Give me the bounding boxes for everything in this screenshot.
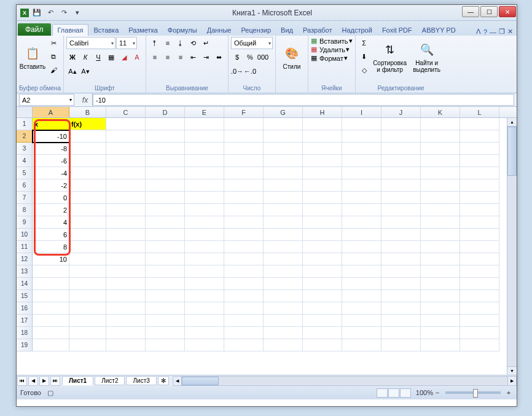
cell-D19[interactable] [146, 339, 185, 351]
cell-J6[interactable] [381, 179, 421, 192]
select-all-corner[interactable] [17, 107, 33, 117]
cell-D16[interactable] [146, 302, 185, 315]
cell-B4[interactable] [69, 155, 106, 167]
sort-filter-button[interactable]: ⇅ Сортировка и фильтр [372, 37, 409, 77]
orientation-icon[interactable]: ⟲ [187, 37, 200, 49]
new-sheet-icon[interactable]: ✻ [158, 376, 169, 385]
sheet-tab-2[interactable]: Лист2 [95, 376, 125, 385]
cell-C1[interactable] [106, 118, 146, 130]
cell-H12[interactable] [303, 253, 342, 265]
cell-H6[interactable] [303, 179, 342, 192]
cell-C15[interactable] [106, 290, 146, 302]
find-select-button[interactable]: 🔍 Найти и выделить [410, 37, 444, 77]
file-tab[interactable]: Файл [18, 23, 51, 36]
align-middle-icon[interactable]: ≡ [162, 37, 174, 49]
cell-H5[interactable] [303, 167, 342, 179]
cell-K18[interactable] [421, 327, 460, 339]
cell-B2[interactable] [69, 130, 106, 143]
cell-B5[interactable] [69, 167, 106, 179]
cell-G16[interactable] [264, 302, 303, 315]
cell-D14[interactable] [146, 278, 185, 290]
minimize-button[interactable]: — [462, 6, 479, 17]
cell-A16[interactable] [33, 302, 69, 315]
cell-I5[interactable] [342, 167, 381, 179]
cell-A17[interactable] [33, 315, 69, 327]
cell-J5[interactable] [381, 167, 421, 179]
cell-G11[interactable] [264, 241, 303, 253]
cell-D5[interactable] [146, 167, 185, 179]
cell-L3[interactable] [460, 143, 499, 155]
cell-I1[interactable] [342, 118, 381, 130]
cell-I11[interactable] [342, 241, 381, 253]
cell-A9[interactable]: 4 [33, 216, 69, 229]
cell-C7[interactable] [106, 192, 146, 204]
row-header-9[interactable]: 9 [17, 216, 33, 229]
column-header-D[interactable]: D [146, 107, 185, 117]
cell-I13[interactable] [342, 265, 381, 278]
cell-F18[interactable] [224, 327, 264, 339]
cell-J12[interactable] [381, 253, 421, 265]
cell-F3[interactable] [224, 143, 264, 155]
cell-J9[interactable] [381, 216, 421, 229]
tab-develop[interactable]: Разработ [298, 25, 337, 36]
cell-K19[interactable] [421, 339, 460, 351]
cell-B13[interactable] [69, 265, 106, 278]
cell-F7[interactable] [224, 192, 264, 204]
cell-H19[interactable] [303, 339, 342, 351]
doc-minimize-icon[interactable]: — [490, 28, 496, 36]
cell-D1[interactable] [146, 118, 185, 130]
cell-K9[interactable] [421, 216, 460, 229]
row-header-17[interactable]: 17 [17, 315, 33, 327]
cell-E5[interactable] [185, 167, 224, 179]
tab-data[interactable]: Данные [202, 25, 237, 36]
cell-K13[interactable] [421, 265, 460, 278]
cell-D13[interactable] [146, 265, 185, 278]
cell-K17[interactable] [421, 315, 460, 327]
cell-L7[interactable] [460, 192, 499, 204]
cell-H17[interactable] [303, 315, 342, 327]
cell-A3[interactable]: -8 [33, 143, 69, 155]
cell-K2[interactable] [421, 130, 460, 143]
sheet-prev-icon[interactable]: ◀ [28, 376, 38, 386]
cell-B7[interactable] [69, 192, 106, 204]
cell-D18[interactable] [146, 327, 185, 339]
cell-H13[interactable] [303, 265, 342, 278]
cell-L13[interactable] [460, 265, 499, 278]
wrap-text-icon[interactable]: ↵ [200, 37, 213, 49]
column-header-C[interactable]: C [106, 107, 146, 117]
cell-E11[interactable] [185, 241, 224, 253]
normal-view-icon[interactable] [377, 388, 388, 398]
close-button[interactable]: ✕ [499, 6, 516, 17]
cell-A6[interactable]: -2 [33, 179, 69, 192]
font-color-icon[interactable]: A [131, 51, 143, 63]
cell-A14[interactable] [33, 278, 69, 290]
insert-cells-button[interactable]: ▦Вставить ▾ [311, 37, 353, 45]
cell-J11[interactable] [381, 241, 421, 253]
row-header-4[interactable]: 4 [17, 155, 33, 167]
cell-B15[interactable] [69, 290, 106, 302]
cell-F5[interactable] [224, 167, 264, 179]
column-header-J[interactable]: J [381, 107, 421, 117]
cell-A12[interactable]: 10 [33, 253, 69, 265]
qat-dropdown-icon[interactable]: ▾ [72, 7, 83, 18]
cell-L9[interactable] [460, 216, 499, 229]
align-bottom-icon[interactable]: ⭳ [174, 37, 187, 49]
bold-button[interactable]: Ж [66, 51, 79, 63]
cell-D17[interactable] [146, 315, 185, 327]
undo-icon[interactable]: ↶ [45, 7, 56, 18]
cell-G12[interactable] [264, 253, 303, 265]
redo-icon[interactable]: ↷ [58, 7, 69, 18]
cell-B3[interactable] [69, 143, 106, 155]
name-box[interactable]: A2 [19, 94, 74, 106]
align-top-icon[interactable]: ⭱ [149, 37, 161, 49]
cell-D3[interactable] [146, 143, 185, 155]
column-header-H[interactable]: H [303, 107, 342, 117]
cell-I3[interactable] [342, 143, 381, 155]
copy-icon[interactable]: ⧉ [47, 50, 60, 63]
cell-E18[interactable] [185, 327, 224, 339]
delete-cells-button[interactable]: ▦Удалить ▾ [311, 45, 353, 53]
cell-F19[interactable] [224, 339, 264, 351]
cell-J17[interactable] [381, 315, 421, 327]
tab-addins[interactable]: Надстрой [337, 25, 377, 36]
decrease-font-icon[interactable]: A▾ [79, 65, 92, 77]
